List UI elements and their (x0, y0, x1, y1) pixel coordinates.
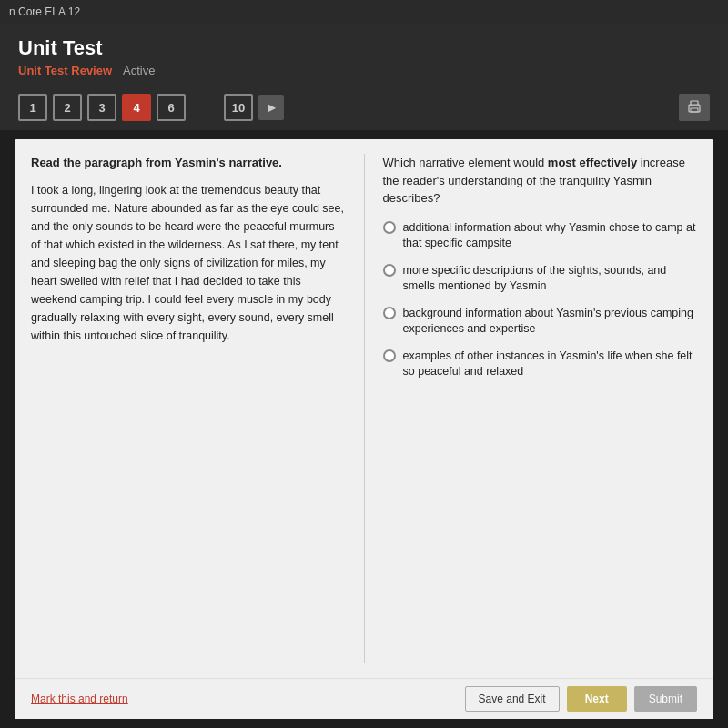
answer-option-2[interactable]: more specific descriptions of the sights… (383, 263, 698, 295)
status-badge: Active (123, 64, 155, 77)
action-buttons: Save and Exit Next Submit (465, 686, 697, 712)
radio-2[interactable] (383, 264, 396, 277)
radio-3[interactable] (383, 307, 396, 319)
passage-text: I took a long, lingering look at the tre… (31, 181, 346, 345)
nav-btn-2[interactable]: 2 (53, 94, 82, 121)
nav-btn-1[interactable]: 1 (18, 94, 47, 121)
answer-option-4[interactable]: examples of other instances in Yasmin's … (383, 349, 698, 380)
nav-btn-3[interactable]: 3 (87, 94, 116, 121)
bottom-bar: Mark this and return Save and Exit Next … (15, 678, 713, 719)
print-button[interactable] (679, 94, 710, 121)
answer-option-1[interactable]: additional information about why Yasmin … (383, 220, 698, 252)
passage-panel: Read the paragraph from Yasmin's narrati… (31, 154, 346, 663)
question-text-start: Which narrative element would (383, 156, 548, 169)
save-exit-button[interactable]: Save and Exit (465, 686, 560, 712)
radio-1[interactable] (383, 221, 396, 234)
nav-btn-10[interactable]: 10 (224, 94, 253, 121)
option-text-3: background information about Yasmin's pr… (403, 306, 698, 338)
radio-4[interactable] (383, 349, 396, 362)
nav-btn-4[interactable]: 4 (122, 94, 151, 121)
nav-btn-6[interactable]: 6 (157, 94, 186, 121)
option-text-2: more specific descriptions of the sights… (403, 263, 698, 295)
nav-arrow-next[interactable]: ▶ (258, 95, 284, 120)
question-panel: Which narrative element would most effec… (383, 154, 698, 663)
page-title: Unit Test (18, 36, 710, 60)
next-button[interactable]: Next (567, 686, 627, 712)
answer-option-3[interactable]: background information about Yasmin's pr… (383, 306, 698, 338)
passage-prompt: Read the paragraph from Yasmin's narrati… (31, 154, 346, 172)
course-label: n Core ELA 12 (9, 5, 80, 18)
option-text-4: examples of other instances in Yasmin's … (403, 349, 698, 380)
question-prompt: Which narrative element would most effec… (383, 154, 698, 207)
panel-divider (364, 154, 365, 663)
option-text-1: additional information about why Yasmin … (403, 220, 698, 252)
content-area: Read the paragraph from Yasmin's narrati… (15, 139, 713, 719)
breadcrumb-link[interactable]: Unit Test Review (18, 64, 112, 77)
question-text-bold: most effectively (548, 156, 637, 169)
question-nav: 1 2 3 4 6 10 ▶ (18, 86, 710, 130)
submit-button[interactable]: Submit (634, 686, 697, 712)
mark-return-link[interactable]: Mark this and return (31, 693, 128, 705)
